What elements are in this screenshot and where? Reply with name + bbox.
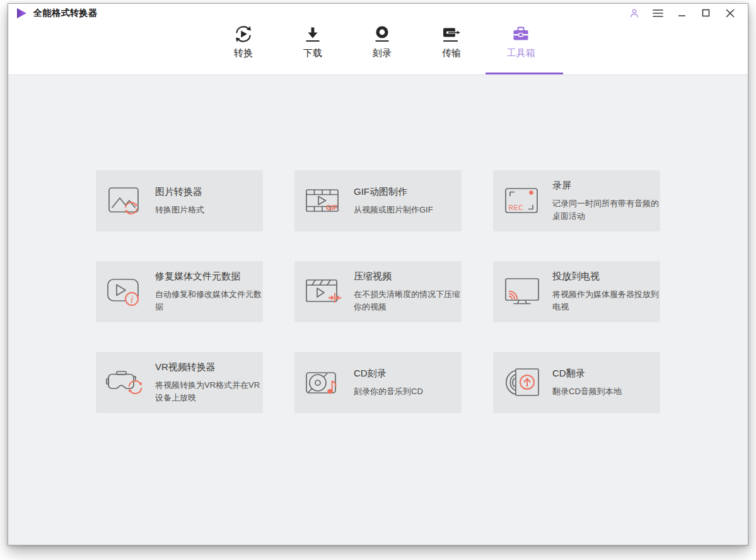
tab-burn-label: 刻录 [373,47,392,59]
tab-transfer-label: 传输 [442,47,461,59]
card-subtitle: 将视频转换为VR格式并在VR设备上放映 [155,379,262,404]
card-image-converter[interactable]: 图片转换器 转换图片格式 [96,170,263,231]
app-logo-icon [16,8,27,19]
card-subtitle: 将视频作为媒体服务器投放到电视 [552,288,660,313]
card-title: 压缩视频 [354,271,461,283]
card-subtitle: 转换图片格式 [155,204,262,216]
convert-icon [233,23,253,44]
transfer-icon [441,23,462,44]
compress-video-icon [305,273,342,311]
tool-grid: 图片转换器 转换图片格式 GIF GIF动图制作 [96,170,748,413]
card-subtitle: 在不损失清晰度的情况下压缩你的视频 [354,288,461,313]
burn-icon [372,23,392,44]
card-title: 图片转换器 [155,186,262,198]
card-screen-record[interactable]: REC 录屏 记录同一时间所有带有音频的桌面活动 [493,170,660,231]
screen-record-icon: REC [503,182,541,220]
card-cd-burn[interactable]: CD刻录 刻录你的音乐到CD [294,352,462,413]
card-title: CD翻录 [552,368,660,380]
close-icon[interactable] [724,8,735,18]
card-subtitle: 从视频或图片制作GIF [354,204,461,216]
vr-converter-icon [106,364,144,402]
main-nav: 转换 下载 刻录 [218,23,547,59]
card-title: CD刻录 [354,368,461,380]
card-vr-converter[interactable]: VR视频转换器 将视频转换为VR格式并在VR设备上放映 [96,352,263,413]
toolbox-icon [511,23,531,44]
card-title: 修复媒体文件元数据 [155,271,262,283]
gif-label: GIF [326,204,338,211]
card-title: 录屏 [552,180,660,192]
window-title: 全能格式转换器 [33,8,98,19]
tab-download[interactable]: 下载 [287,23,339,59]
menu-icon[interactable] [653,8,663,18]
app-window: 全能格式转换器 [8,3,748,545]
card-subtitle: 自动修复和修改媒体文件元数据 [155,288,262,313]
minimize-icon[interactable] [677,8,687,18]
image-converter-icon [106,182,144,220]
card-title: VR视频转换器 [155,361,262,373]
card-subtitle: 刻录你的音乐到CD [354,385,461,398]
cd-rip-icon [503,364,541,402]
tab-download-label: 下载 [303,47,322,59]
card-subtitle: 翻录CD音频到本地 [552,385,660,398]
card-cd-rip[interactable]: CD翻录 翻录CD音频到本地 [493,352,660,413]
tab-convert[interactable]: 转换 [218,23,269,59]
gif-maker-icon: GIF [305,182,342,220]
card-subtitle: 记录同一时间所有带有音频的桌面活动 [552,197,660,222]
card-compress-video[interactable]: 压缩视频 在不损失清晰度的情况下压缩你的视频 [294,261,462,322]
tab-burn[interactable]: 刻录 [356,23,408,59]
card-gif-maker[interactable]: GIF GIF动图制作 从视频或图片制作GIF [294,170,462,231]
card-title: GIF动图制作 [354,186,461,198]
maximize-icon[interactable] [701,8,711,18]
tab-toolbox-label: 工具箱 [507,47,535,59]
card-cast-to-tv[interactable]: 投放到电视 将视频作为媒体服务器投放到电视 [493,261,660,322]
account-icon[interactable] [629,8,639,18]
card-fix-metadata[interactable]: i 修复媒体文件元数据 自动修复和修改媒体文件元数据 [96,261,263,322]
rec-label: REC [509,203,524,211]
tab-convert-label: 转换 [234,47,253,59]
active-tab-indicator [486,73,563,74]
cast-to-tv-icon [503,273,541,311]
card-title: 投放到电视 [552,271,660,283]
toolbox-panel: 图片转换器 转换图片格式 GIF GIF动图制作 [8,75,748,545]
window-controls [629,8,748,18]
tab-transfer[interactable]: 传输 [426,23,477,59]
header: 全能格式转换器 [8,4,748,75]
tab-toolbox[interactable]: 工具箱 [495,23,547,59]
download-icon [303,23,323,44]
fix-metadata-icon: i [106,273,144,311]
cd-burn-icon [305,364,342,402]
